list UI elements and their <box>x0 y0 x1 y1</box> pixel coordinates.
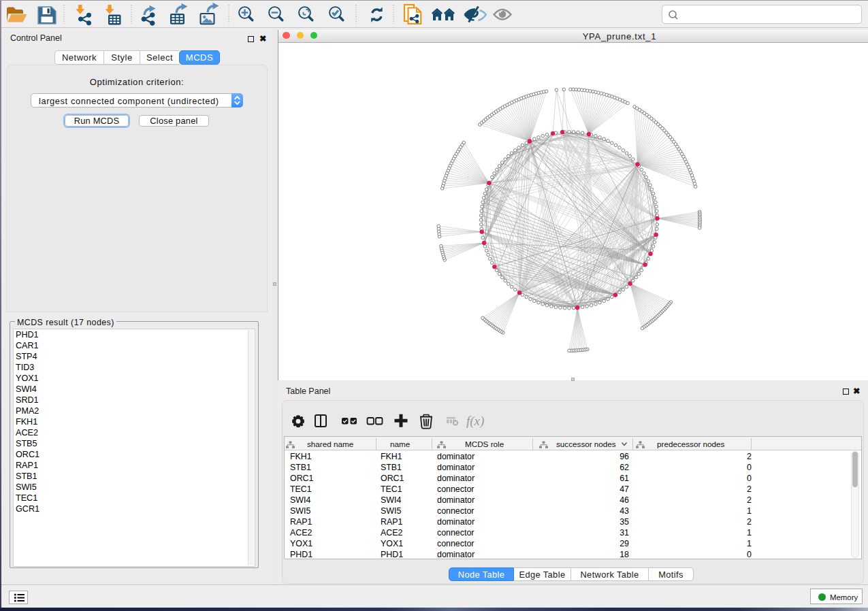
svg-text:f(x): f(x) <box>466 414 484 429</box>
